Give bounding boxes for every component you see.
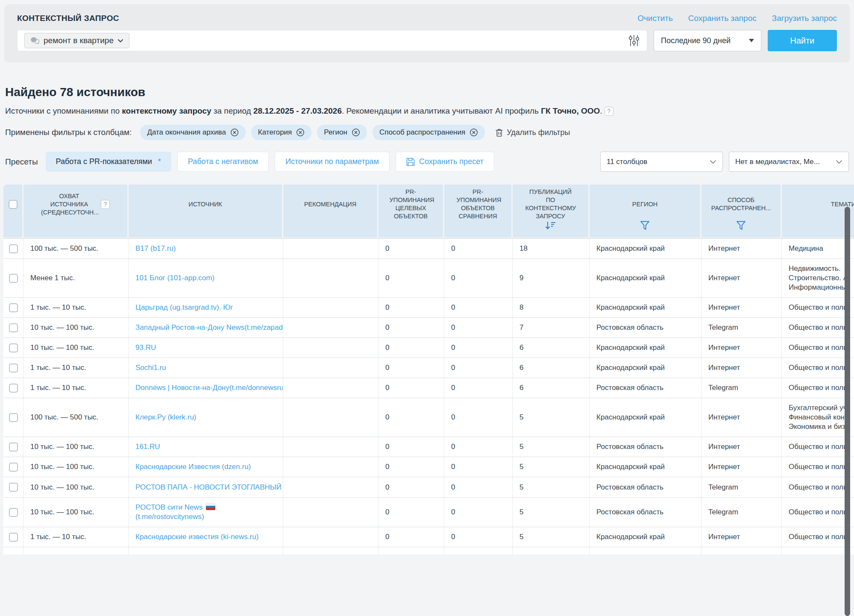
- source-link[interactable]: РОСТОВ сити News(t.me/rostovcitynews): [135, 503, 276, 522]
- column-header[interactable]: ТЕМАТИ...: [782, 185, 854, 238]
- themes-cell: Общество и поли: [782, 298, 854, 317]
- sort-desc-icon[interactable]: [545, 220, 557, 231]
- source-link[interactable]: Краснодарские Известия (dzen.ru): [135, 462, 276, 472]
- reach-cell: 1 тыс. — 10 тыс.: [23, 298, 129, 317]
- source-line: Donnews | Новости-на-Дону: [135, 384, 229, 392]
- save-query-link[interactable]: Сохранить запрос: [688, 14, 757, 23]
- distribution-cell: Интернет: [701, 338, 782, 358]
- row-checkbox[interactable]: [9, 533, 18, 542]
- help-icon[interactable]: ?: [605, 107, 613, 116]
- query-chip[interactable]: ремонт в квартире: [24, 33, 129, 48]
- preset-button-active[interactable]: Работа с PR-показателями*: [46, 152, 171, 172]
- row-checkbox[interactable]: [9, 384, 18, 393]
- row-checkbox[interactable]: [9, 323, 18, 332]
- source-link[interactable]: 101 Блог (101-app.com): [135, 273, 276, 283]
- pr-target-cell: 0: [379, 527, 444, 547]
- source-cell: РОСТОВ сити News(t.me/rostovcitynews): [129, 498, 283, 527]
- source-line: ГЛАВНЫЙ 161 ROSTOVR�: [247, 483, 283, 491]
- row-checkbox[interactable]: [9, 443, 18, 452]
- column-header[interactable]: PR-УПОМИНАНИЯ ОБЪЕКТОВ СРАВНЕНИЯ: [444, 185, 513, 238]
- source-link[interactable]: Sochi1.ru: [135, 363, 276, 373]
- column-header-label: РЕГИОН: [632, 200, 657, 208]
- table-row: 1 тыс. — 10 тыс.Краснодарские известия (…: [3, 527, 854, 547]
- row-checkbox[interactable]: [9, 364, 18, 373]
- preset-button[interactable]: Источники по параметрам: [275, 152, 390, 172]
- region-cell: Краснодарский край: [590, 527, 701, 547]
- pr-compare-cell: 0: [444, 378, 513, 398]
- source-link[interactable]: B17 (b17.ru): [135, 244, 276, 253]
- load-query-link[interactable]: Загрузить запрос: [772, 14, 837, 23]
- query-input[interactable]: ремонт в квартире: [17, 30, 647, 51]
- source-line: B17 (b17.ru): [135, 244, 176, 252]
- distribution-cell: Интернет: [701, 298, 782, 317]
- source-link[interactable]: Царьград (ug.tsargrad.tv). Юг: [135, 303, 276, 312]
- distribution-cell: Интернет: [701, 398, 782, 437]
- source-cell: РОСТОВ ПАПА - НОВОСТИ ЭТОГЛАВНЫЙ 161 ROS…: [129, 477, 283, 497]
- pr-compare-cell: 0: [444, 338, 513, 358]
- vertical-scrollbar[interactable]: [845, 207, 850, 616]
- remove-filters-label: Удалить фильтры: [507, 128, 570, 137]
- publications-cell: 5: [513, 527, 590, 547]
- column-header[interactable]: СПОСОБ РАСПРОСТРАНЕН...: [701, 185, 782, 238]
- remove-chip-icon[interactable]: [296, 128, 305, 137]
- column-header-label: ПУБЛИКАЦИЙ ПО КОНТЕКСТНОМУ ЗАПРОСУ: [525, 188, 576, 220]
- column-header[interactable]: РЕГИОН: [590, 185, 701, 238]
- pr-target-cell: 0: [379, 378, 444, 398]
- pr-compare-cell: 0: [444, 298, 513, 317]
- distribution-cell: Интернет: [701, 527, 782, 547]
- save-preset-button[interactable]: Сохранить пресет: [396, 152, 494, 172]
- row-checkbox[interactable]: [9, 413, 18, 422]
- row-checkbox[interactable]: [9, 483, 18, 492]
- sources-table: ОХВАТ ИСТОЧНИКА (СРЕДНЕСУТОЧН...?ИСТОЧНИ…: [3, 185, 854, 554]
- reach-cell: 100 тыс. — 500 тыс.: [23, 398, 129, 437]
- source-link[interactable]: Donnews | Новости-на-Дону(t.me/donnewsru…: [135, 383, 276, 393]
- source-link[interactable]: Краснодарские известия (ki-news.ru): [135, 532, 276, 542]
- select-all-checkbox[interactable]: [9, 200, 18, 209]
- presets-label: Пресеты: [5, 157, 38, 167]
- filter-icon[interactable]: [640, 220, 650, 231]
- pr-compare-cell: 0: [444, 477, 513, 497]
- applied-filters-row: Применены фильтры к столбцам: Дата оконч…: [5, 125, 849, 140]
- russia-flag-icon: [206, 504, 215, 510]
- column-header[interactable]: PR-УПОМИНАНИЯ ЦЕЛЕВЫХ ОБЪЕКТОВ: [379, 185, 444, 238]
- sliders-icon[interactable]: [628, 34, 640, 47]
- chevron-down-icon: [117, 39, 123, 43]
- row-checkbox[interactable]: [9, 244, 18, 253]
- source-link[interactable]: 93.RU: [135, 343, 276, 352]
- source-cell: Краснодарские Известия (dzen.ru): [129, 457, 283, 477]
- source-link[interactable]: РОСТОВ ПАПА - НОВОСТИ ЭТОГЛАВНЫЙ 161 ROS…: [135, 482, 276, 492]
- source-link[interactable]: Западный Ростов-на-Дону News(t.me/zapadr…: [135, 323, 276, 332]
- pr-compare-cell: 0: [444, 437, 513, 457]
- table-header: ОХВАТ ИСТОЧНИКА (СРЕДНЕСУТОЧН...?ИСТОЧНИ…: [3, 185, 854, 238]
- help-icon[interactable]: ?: [101, 200, 110, 209]
- period-select[interactable]: Последние 90 дней: [654, 30, 761, 51]
- row-checkbox[interactable]: [9, 508, 18, 517]
- search-button[interactable]: Найти: [768, 30, 837, 51]
- row-checkbox[interactable]: [9, 463, 18, 472]
- column-header[interactable]: ОХВАТ ИСТОЧНИКА (СРЕДНЕСУТОЧН...?: [23, 185, 129, 238]
- columns-select[interactable]: 11 столбцов: [600, 152, 723, 172]
- preset-button[interactable]: Работа с негативом: [177, 152, 269, 172]
- row-checkbox[interactable]: [9, 303, 18, 312]
- remove-filters-button[interactable]: Удалить фильтры: [495, 128, 570, 137]
- row-checkbox[interactable]: [9, 343, 18, 352]
- source-link[interactable]: 161.RU: [135, 442, 276, 452]
- column-header[interactable]: ИСТОЧНИК: [129, 185, 283, 238]
- row-checkbox[interactable]: [9, 274, 18, 283]
- summary-text: . Рекомендации и аналитика учитывают AI …: [342, 106, 541, 115]
- table-row: 10 тыс. — 100 тыс.93.RU006Краснодарский …: [3, 338, 854, 358]
- remove-chip-icon[interactable]: [470, 128, 478, 137]
- pr-target-cell: 0: [379, 338, 444, 358]
- medialist-select[interactable]: Нет в медиалистах, Ме...: [729, 152, 849, 172]
- distribution-cell: Telegram: [701, 378, 782, 398]
- themes-cell: Общество и поли: [782, 527, 854, 547]
- source-link[interactable]: Клерк.Ру (klerk.ru): [135, 413, 276, 422]
- clear-query-link[interactable]: Очистить: [637, 14, 673, 23]
- column-header-label: ИСТОЧНИК: [188, 200, 222, 208]
- chevron-down-icon: [710, 160, 716, 164]
- remove-chip-icon[interactable]: [352, 128, 360, 137]
- column-header[interactable]: РЕКОМЕНДАЦИЯ: [283, 185, 379, 238]
- filter-icon[interactable]: [736, 220, 746, 231]
- column-header[interactable]: ПУБЛИКАЦИЙ ПО КОНТЕКСТНОМУ ЗАПРОСУ: [513, 185, 590, 238]
- remove-chip-icon[interactable]: [230, 128, 239, 137]
